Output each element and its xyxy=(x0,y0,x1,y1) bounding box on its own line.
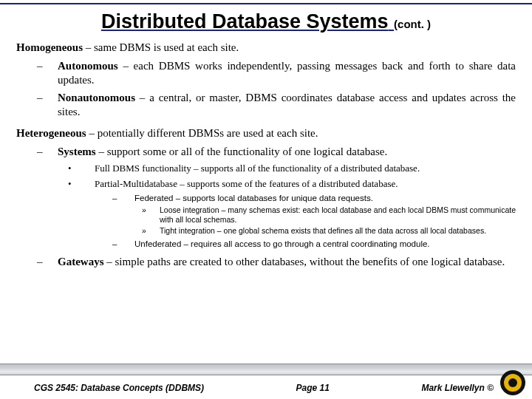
heterogeneous-def: – potentially different DBMSs are used a… xyxy=(86,127,318,139)
dash-icon: – xyxy=(112,239,134,249)
homogeneous-term: Homogeneous xyxy=(16,41,83,53)
title-underline xyxy=(0,3,532,4)
unfederated-item: – Unfederated – requires all access to g… xyxy=(112,239,516,249)
federated-def: – supports local databases for unique da… xyxy=(173,194,372,202)
bullet-icon: • xyxy=(68,163,95,174)
footer-gradient-bar xyxy=(0,364,532,375)
raquo-icon: » xyxy=(142,205,160,225)
tight-integration-item: » Tight integration – one global schema … xyxy=(142,226,516,236)
gateways-item: – Gateways – simple paths are created to… xyxy=(37,255,516,269)
partial-multidb-item: • Partial-Multidatabase – supports some … xyxy=(68,178,516,190)
unfederated-term: Unfederated xyxy=(134,239,181,248)
homogeneous-def: – same DBMS is used at each site. xyxy=(83,41,239,53)
full-dbms-term: Full DBMS functionality xyxy=(95,163,191,174)
dash-icon: – xyxy=(37,255,58,269)
ucf-logo-icon xyxy=(499,369,526,396)
partial-multidb-term: Partial-Multidatabase xyxy=(95,178,177,189)
dash-icon: – xyxy=(37,59,58,87)
tight-integration-def: – one global schema exists that defines … xyxy=(215,226,486,235)
title-main: Distributed Database Systems xyxy=(101,10,389,33)
dash-icon: – xyxy=(112,193,134,203)
autonomous-item: – Autonomous – each DBMS works independe… xyxy=(37,59,516,87)
slide-content: Homogeneous – same DBMS is used at each … xyxy=(0,41,532,269)
heterogeneous-heading: Heterogeneous – potentially different DB… xyxy=(16,126,516,140)
unfederated-def: – requires all access to go through a ce… xyxy=(181,239,429,248)
autonomous-def: – each DBMS works independently, passing… xyxy=(58,60,516,86)
slide-footer: CGS 2545: Database Concepts (DDBMS) Page… xyxy=(0,369,532,399)
loose-integration-term: Loose integration xyxy=(160,205,219,214)
footer-author: Mark Llewellyn © xyxy=(421,383,494,393)
loose-integration-item: » Loose integration – many schemas exist… xyxy=(142,205,516,225)
page-title: Distributed Database Systems (cont. ) xyxy=(0,10,532,33)
nonautonomous-term: Nonautonomous xyxy=(58,92,135,103)
dash-icon: – xyxy=(37,91,58,119)
full-dbms-def: – supports all of the functionality of a… xyxy=(191,163,420,174)
bullet-icon: • xyxy=(68,178,95,190)
federated-item: – Federated – supports local databases f… xyxy=(112,193,516,203)
footer-course: CGS 2545: Database Concepts (DDBMS) xyxy=(34,383,204,393)
autonomous-term: Autonomous xyxy=(58,60,118,72)
gateways-term: Gateways xyxy=(58,256,104,267)
homogeneous-heading: Homogeneous – same DBMS is used at each … xyxy=(16,41,516,55)
partial-multidb-def: – supports some of the features of a dis… xyxy=(177,178,398,189)
nonautonomous-item: – Nonautonomous – a central, or master, … xyxy=(37,91,516,119)
gateways-def: – simple paths are created to other data… xyxy=(104,256,505,267)
systems-def: – support some or all of the functionali… xyxy=(96,146,387,157)
federated-term: Federated xyxy=(134,194,173,202)
footer-page-number: Page 11 xyxy=(296,383,330,393)
title-continued: (cont. ) xyxy=(394,18,431,30)
full-dbms-item: • Full DBMS functionality – supports all… xyxy=(68,163,516,174)
systems-item: – Systems – support some or all of the f… xyxy=(37,145,516,159)
tight-integration-term: Tight integration xyxy=(160,226,215,235)
systems-term: Systems xyxy=(58,146,96,157)
raquo-icon: » xyxy=(142,226,160,236)
heterogeneous-term: Heterogeneous xyxy=(16,127,86,139)
dash-icon: – xyxy=(37,145,58,159)
svg-point-2 xyxy=(508,378,517,387)
